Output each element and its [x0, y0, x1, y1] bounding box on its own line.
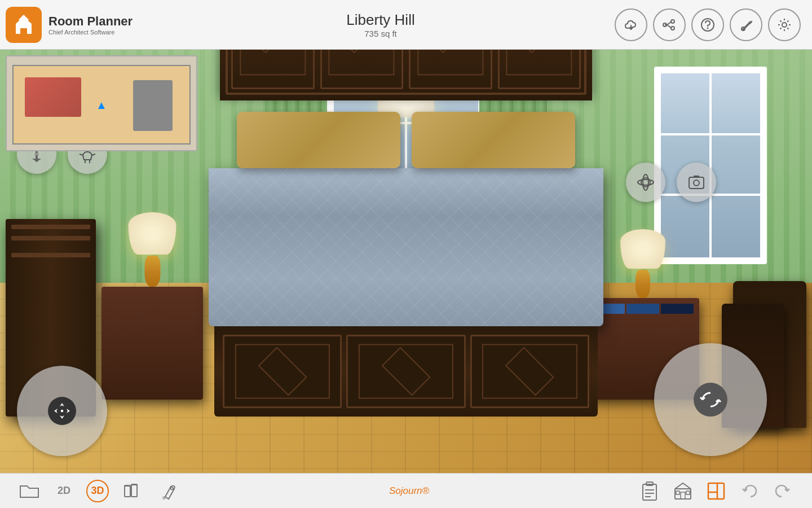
project-info: Liberty Hill 735 sq ft [147, 11, 615, 38]
folder-button[interactable] [17, 479, 42, 503]
bed-container [209, 50, 603, 417]
share-button[interactable] [653, 8, 686, 41]
svg-point-16 [694, 180, 699, 186]
books-on-nightstand [592, 304, 694, 314]
svg-point-1 [671, 20, 674, 23]
pillow-right [412, 112, 575, 168]
toolbar-icons [615, 8, 812, 41]
headboard-panel-4 [498, 50, 581, 89]
rotate-control[interactable] [654, 343, 767, 456]
svg-point-7 [782, 23, 787, 27]
window-right-grid [661, 73, 760, 257]
svg-rect-19 [131, 484, 137, 497]
lamp-base-left [144, 256, 160, 287]
minimap-content: ▲ [7, 56, 196, 150]
svg-rect-33 [708, 483, 724, 499]
wrench-button[interactable] [730, 8, 762, 41]
view-3d-button[interactable]: 3D [86, 480, 109, 502]
svg-rect-20 [125, 485, 130, 487]
pillows [220, 100, 592, 168]
undo-button[interactable] [737, 479, 762, 503]
svg-rect-15 [689, 177, 704, 189]
left-table-lamp [129, 212, 176, 287]
svg-rect-18 [125, 485, 130, 497]
nightstand-left [102, 287, 203, 400]
project-name: Liberty Hill [147, 11, 615, 29]
redo-button[interactable] [770, 479, 795, 503]
photo-view-control[interactable] [677, 163, 716, 202]
svg-rect-31 [676, 491, 679, 494]
bottom-left: 2D 3D [17, 479, 181, 503]
footboard-panel-3 [470, 335, 589, 408]
svg-rect-24 [643, 484, 656, 500]
move-control[interactable] [17, 366, 107, 456]
headboard-panel-1 [231, 50, 315, 89]
svg-point-14 [643, 174, 648, 190]
header: Room Planner Chief Architect Software Li… [0, 0, 812, 50]
right-table-lamp [620, 229, 665, 298]
window-right [654, 67, 767, 264]
main-view[interactable]: ▲ [0, 50, 812, 473]
bottom-right [637, 479, 795, 503]
settings-button[interactable] [768, 8, 801, 41]
svg-rect-30 [681, 492, 685, 499]
cloud-button[interactable] [615, 8, 647, 41]
item-name-label: Sojourn® [389, 485, 429, 497]
clipboard-button[interactable] [637, 479, 662, 503]
headboard-panels [231, 50, 581, 89]
svg-point-23 [162, 496, 166, 500]
svg-rect-29 [675, 489, 691, 499]
lamp-shade-left [129, 212, 176, 255]
headboard [220, 50, 592, 100]
scene: ▲ [0, 50, 812, 473]
svg-rect-32 [686, 491, 690, 494]
minimap[interactable]: ▲ [6, 55, 197, 151]
pillow-left [237, 112, 400, 168]
svg-point-13 [638, 179, 654, 185]
logo-text: Room Planner Chief Architect Software [48, 14, 133, 36]
footboard-panel-2 [346, 335, 465, 408]
lamp-shade-right [620, 229, 665, 269]
minimap-bed [133, 80, 173, 131]
svg-rect-17 [694, 176, 699, 178]
furniture-library-button[interactable] [120, 479, 145, 503]
logo-title: Room Planner [48, 14, 133, 29]
svg-point-2 [671, 27, 674, 30]
svg-rect-21 [131, 484, 137, 485]
orbit-control[interactable] [626, 163, 665, 202]
view-2d-button[interactable]: 2D [53, 483, 75, 499]
help-button[interactable] [691, 8, 724, 41]
building-view-button[interactable] [670, 479, 695, 503]
floorplan-button[interactable] [704, 479, 729, 503]
footboard [214, 326, 598, 417]
project-size: 735 sq ft [147, 29, 615, 38]
bottom-center: Sojourn® [389, 485, 429, 497]
svg-point-5 [707, 27, 709, 29]
bottom-bar: 2D 3D Sojourn® [0, 473, 812, 508]
rotate-control-icon [694, 383, 727, 417]
bedspread-pattern [209, 168, 603, 326]
logo-area: Room Planner Chief Architect Software [0, 7, 147, 43]
footboard-panel-1 [223, 335, 342, 408]
svg-rect-9 [34, 153, 39, 155]
lamp-base-right [636, 270, 650, 298]
logo-subtitle: Chief Architect Software [48, 29, 133, 36]
headboard-panel-2 [320, 50, 404, 89]
paint-button[interactable] [156, 479, 181, 503]
svg-rect-11 [61, 410, 63, 412]
headboard-panel-3 [409, 50, 492, 89]
minimap-room: ▲ [12, 65, 191, 144]
minimap-arrow: ▲ [96, 98, 107, 111]
logo-icon [6, 7, 42, 43]
bedspread [209, 168, 603, 326]
move-control-icon [48, 397, 76, 425]
minimap-rug [25, 77, 81, 117]
